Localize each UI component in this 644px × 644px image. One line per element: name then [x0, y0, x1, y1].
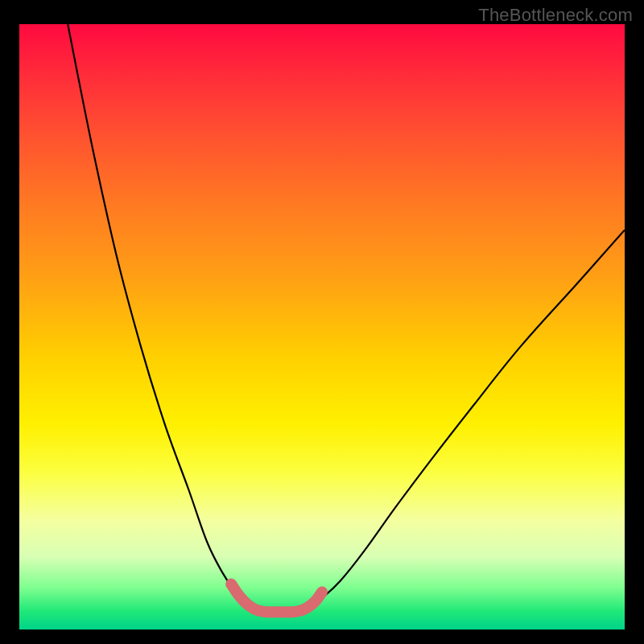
- left-curve: [68, 24, 262, 611]
- chart-svg: [19, 24, 625, 630]
- chart-frame: [19, 24, 625, 630]
- watermark-text: TheBottleneck.com: [478, 5, 633, 26]
- right-curve: [298, 230, 625, 612]
- bottom-marker: [231, 584, 322, 613]
- plot-area: [19, 24, 625, 630]
